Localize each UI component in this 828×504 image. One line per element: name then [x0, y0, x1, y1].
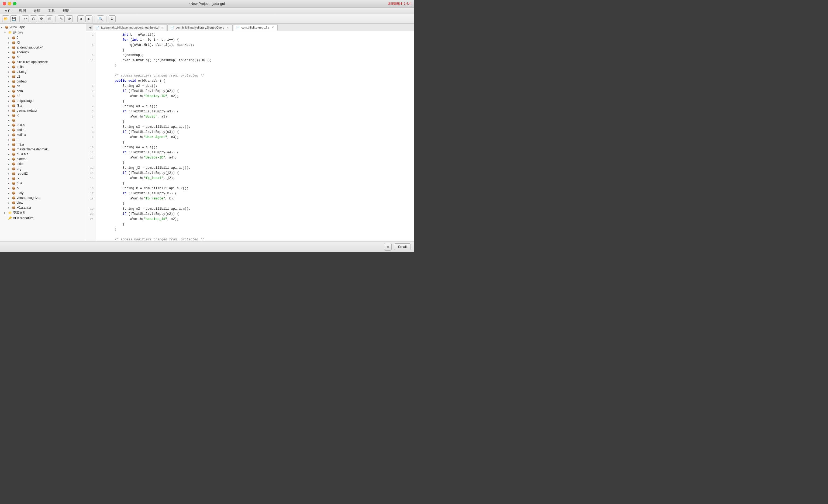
sidebar-item-rx[interactable]: ▸ 📦 rx — [0, 176, 86, 181]
tree-resources[interactable]: ▸ 📁 资源文件 — [0, 210, 86, 216]
sidebar-item-cmbapi[interactable]: ▸ 📦 cmbapi — [0, 79, 86, 84]
tab-1[interactable]: 📄 tv.danmaku.biliplayerimpl.report.heart… — [93, 24, 167, 31]
sidebar-item-kotlinx[interactable]: ▸ 📦 kotlinx — [0, 132, 86, 137]
code-line-2: for (int i = 0; i < L; i++) { — [86, 37, 414, 43]
arrow-com: ▸ — [8, 90, 12, 93]
tree-source[interactable]: ▾ 📁 源代码 — [0, 30, 86, 35]
tab-2-label: com.bilibili.nativelibrary.SignedQuery — [176, 26, 224, 29]
sidebar-item-androidx[interactable]: ▸ 📦 androidx — [0, 50, 86, 55]
sidebar-item-x0[interactable]: ▸ 📦 x0.a.a.a.a — [0, 205, 86, 210]
tab-2[interactable]: 📄 com.bilibili.nativelibrary.SignedQuery… — [167, 24, 233, 31]
update-notice[interactable]: 发现新版本 1.4.4! — [388, 2, 411, 6]
sidebar-item-tv[interactable]: ▸ 📦 tv — [0, 186, 86, 191]
arrow-kotlinx: ▸ — [8, 133, 12, 136]
sidebar-item-n3aaa[interactable]: ▸ 📦 n3.a.a.a — [0, 152, 86, 157]
smali-icon[interactable]: ≡ — [384, 243, 391, 251]
sidebar-item-bilibili-live[interactable]: ▸ 📦 bilibili.live.app.service — [0, 59, 86, 65]
arrow-androidx: ▸ — [8, 51, 12, 54]
sidebar-item-com[interactable]: ▸ 📦 com — [0, 89, 86, 93]
tab-icon-3: 📄 — [236, 26, 240, 29]
code-line-e26: 20 if (!TextUtils.isEmpty(m2)) { — [86, 212, 414, 217]
arrow-gsonannotator: ▸ — [8, 109, 12, 112]
sidebar-item-bolts[interactable]: ▸ 📦 bolts — [0, 65, 86, 69]
tab-bar: ◀ 📄 tv.danmaku.biliplayerimpl.report.hea… — [86, 24, 414, 31]
toolbar-back[interactable]: ◀ — [77, 15, 84, 23]
sidebar-item-b0[interactable]: ▸ 📦 b0 — [0, 55, 86, 59]
sidebar-item-f3a[interactable]: ▸ 📦 f3.a — [0, 103, 86, 108]
code-line-e3: 3 aVar.h("Display-ID", a2); — [86, 94, 414, 99]
tab-nav-back[interactable]: ◀ — [87, 24, 93, 31]
sidebar-item-J[interactable]: ▸ 📦 J — [0, 35, 86, 40]
sidebar-item-master[interactable]: ▸ 📦 master.flame.danmaku — [0, 147, 86, 152]
sidebar-item-okio[interactable]: ▸ 📦 okio — [0, 161, 86, 166]
toolbar-save[interactable]: 💾 — [10, 15, 17, 23]
toolbar-forward[interactable]: ▶ — [85, 15, 92, 23]
toolbar-search[interactable]: 🔍 — [97, 15, 104, 23]
tree-apk-sig[interactable]: 🔑 APK signature — [0, 216, 86, 220]
maximize-button[interactable] — [13, 2, 16, 5]
code-line-comment2: /* access modifiers changed from: protec… — [86, 237, 414, 241]
arrow-m: ▸ — [8, 138, 12, 141]
ln-e18: 14 — [86, 171, 96, 176]
code-text-e17: String j2 = com.bilibili.api.a.j(); — [99, 166, 190, 171]
toolbar-btn-6[interactable]: ⊞ — [46, 15, 53, 23]
toolbar-btn-5[interactable]: ⚙ — [38, 15, 45, 23]
sidebar-item-XI[interactable]: ▸ 📦 XI — [0, 40, 86, 45]
toolbar-btn-8[interactable]: ⟳ — [66, 15, 73, 23]
arrow-j3aa: ▸ — [8, 124, 12, 127]
menu-help[interactable]: 帮助 — [61, 8, 71, 14]
tab-3[interactable]: 📄 com.bilibili.okretro.f.a ✕ — [233, 24, 278, 31]
code-text-e1: String a2 = d.a(); — [99, 84, 157, 89]
sidebar-item-io[interactable]: ▸ 📦 io — [0, 113, 86, 118]
sidebar-item-c2[interactable]: ▸ 📦 c2 — [0, 74, 86, 79]
code-area[interactable]: 2 int L = uVar.L(); for (int i = 0; i < … — [86, 31, 414, 241]
code-text-e6: if (!TextUtils.isEmpty(a3)) { — [99, 109, 179, 114]
tab-3-close[interactable]: ✕ — [271, 26, 275, 29]
sidebar-item-t3a[interactable]: ▸ 📦 t3.a — [0, 181, 86, 186]
sidebar-item-m3a[interactable]: ▸ 📦 m3.a — [0, 142, 86, 147]
code-line-e29: } — [86, 227, 414, 232]
arrow-cmbapi: ▸ — [8, 80, 12, 83]
tab-2-close[interactable]: ✕ — [226, 26, 230, 29]
window-controls — [3, 2, 16, 5]
sidebar-item-ualy[interactable]: ▸ 📦 u.aly — [0, 191, 86, 196]
toolbar-btn-4[interactable]: ⬡ — [30, 15, 37, 23]
sidebar-item-j3aa[interactable]: ▸ 📦 j3.a.a — [0, 123, 86, 127]
toolbar-btn-3[interactable]: ↩ — [22, 15, 29, 23]
toolbar-open[interactable]: 📂 — [2, 15, 9, 23]
pkg-icon-org: 📦 — [12, 167, 16, 171]
code-text-e16: } — [99, 160, 125, 166]
arrow-kotlin: ▸ — [8, 129, 12, 131]
menu-view[interactable]: 视图 — [17, 8, 28, 14]
sidebar-item-m[interactable]: ▸ 📦 m — [0, 137, 86, 142]
menu-file[interactable]: 文件 — [3, 8, 13, 14]
pkg-icon-gsonannotator: 📦 — [12, 109, 16, 112]
sidebar-item-retrofit2[interactable]: ▸ 📦 retrofit2 — [0, 171, 86, 176]
sidebar-item-org[interactable]: ▸ 📦 org — [0, 166, 86, 171]
sidebar-item-cn[interactable]: ▸ 📦 cn — [0, 84, 86, 89]
menu-tools[interactable]: 工具 — [46, 8, 56, 14]
smali-button[interactable]: Smali — [394, 243, 411, 250]
close-button[interactable] — [3, 2, 6, 5]
code-line-blank1 — [86, 68, 414, 73]
sidebar-item-view[interactable]: ▸ 📦 view — [0, 200, 86, 205]
menu-navigate[interactable]: 导航 — [32, 8, 42, 14]
toolbar-btn-7[interactable]: ✎ — [58, 15, 65, 23]
sidebar-item-kotlin[interactable]: ▸ 📦 kotlin — [0, 127, 86, 132]
sidebar-item-gsonannotator[interactable]: ▸ 📦 gsonannotator — [0, 108, 86, 113]
code-text-comment1: /* access modifiers changed from: protec… — [99, 73, 204, 78]
tree-root[interactable]: ▾ 📦 v6240.apk — [0, 25, 86, 30]
sidebar-item-ctmg[interactable]: ▸ 📦 c.t.m.g — [0, 69, 86, 74]
sidebar-item-d3[interactable]: ▸ 📦 d3 — [0, 93, 86, 98]
sidebar-item-defpackage[interactable]: ▸ 📦 defpackage — [0, 98, 86, 103]
minimize-button[interactable] — [8, 2, 11, 5]
sidebar-item-versa[interactable]: ▸ 📦 versa.recognize — [0, 196, 86, 200]
tab-1-close[interactable]: ✕ — [160, 26, 164, 29]
code-line-comment1: /* access modifiers changed from: protec… — [86, 73, 414, 78]
sidebar-item-j[interactable]: ▸ 📦 j — [0, 118, 86, 123]
sidebar-item-okhttp3[interactable]: ▸ 📦 okhttp3 — [0, 157, 86, 161]
sidebar-item-android-support[interactable]: ▸ 📦 android.support.v4 — [0, 45, 86, 50]
menu-bar: 文件 视图 导航 工具 帮助 — [0, 7, 414, 14]
ln-e21: 16 — [86, 186, 96, 191]
toolbar-settings[interactable]: ⚙ — [109, 15, 116, 23]
